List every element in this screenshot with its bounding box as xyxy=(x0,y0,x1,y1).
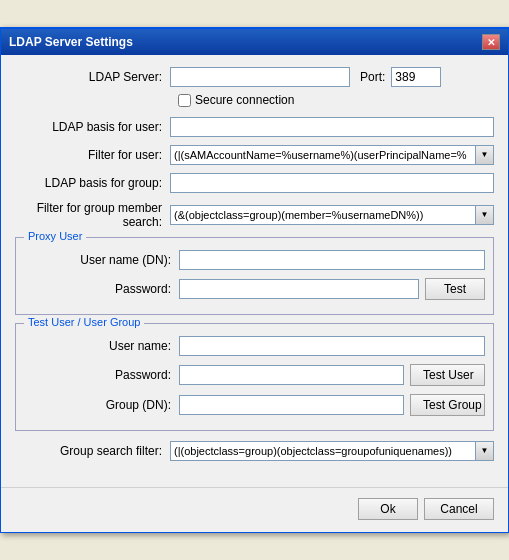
proxy-username-row: User name (DN): xyxy=(24,250,485,270)
test-group-row: Group (DN): Test Group xyxy=(24,394,485,416)
window-title: LDAP Server Settings xyxy=(9,35,133,49)
group-search-filter-combo: ▼ xyxy=(170,441,494,461)
test-username-input[interactable] xyxy=(179,336,485,356)
test-password-group: Test User xyxy=(179,364,485,386)
filter-user-row: Filter for user: ▼ xyxy=(15,145,494,165)
test-group-input[interactable] xyxy=(179,395,404,415)
proxy-password-input[interactable] xyxy=(179,279,419,299)
ldap-settings-window: LDAP Server Settings ✕ LDAP Server: Port… xyxy=(0,27,509,533)
ldap-server-label: LDAP Server: xyxy=(15,70,170,84)
proxy-password-group: Test xyxy=(179,278,485,300)
ldap-server-row: LDAP Server: Port: xyxy=(15,67,494,87)
ldap-server-input[interactable] xyxy=(170,67,350,87)
port-input[interactable] xyxy=(391,67,441,87)
group-search-filter-row: Group search filter: ▼ xyxy=(15,441,494,461)
proxy-user-section: Proxy User User name (DN): Password: Tes… xyxy=(15,237,494,315)
filter-group-input[interactable] xyxy=(170,205,476,225)
ldap-basis-group-row: LDAP basis for group: xyxy=(15,173,494,193)
group-search-filter-label: Group search filter: xyxy=(15,444,170,458)
test-button[interactable]: Test xyxy=(425,278,485,300)
proxy-username-input[interactable] xyxy=(179,250,485,270)
chevron-down-icon: ▼ xyxy=(481,211,489,219)
group-search-filter-input[interactable] xyxy=(170,441,476,461)
close-button[interactable]: ✕ xyxy=(482,34,500,50)
secure-connection-label: Secure connection xyxy=(195,93,294,107)
ok-button[interactable]: Ok xyxy=(358,498,418,520)
test-password-label: Password: xyxy=(24,368,179,382)
test-user-button[interactable]: Test User xyxy=(410,364,485,386)
footer: Ok Cancel xyxy=(1,487,508,532)
title-bar-controls: ✕ xyxy=(482,34,500,50)
cancel-button[interactable]: Cancel xyxy=(424,498,494,520)
proxy-password-row: Password: Test xyxy=(24,278,485,300)
test-section-content: User name: Password: Test User Group (DN… xyxy=(24,336,485,416)
test-password-row: Password: Test User xyxy=(24,364,485,386)
filter-user-dropdown-btn[interactable]: ▼ xyxy=(476,145,494,165)
ldap-basis-group-label: LDAP basis for group: xyxy=(15,176,170,190)
filter-group-combo: ▼ xyxy=(170,205,494,225)
filter-group-label: Filter for group member search: xyxy=(15,201,170,229)
test-group-button[interactable]: Test Group xyxy=(410,394,485,416)
proxy-password-label: Password: xyxy=(24,282,179,296)
proxy-user-title: Proxy User xyxy=(24,230,86,242)
test-group-group: Test Group xyxy=(179,394,485,416)
group-search-filter-dropdown-btn[interactable]: ▼ xyxy=(476,441,494,461)
secure-connection-checkbox[interactable] xyxy=(178,94,191,107)
ldap-basis-user-input[interactable] xyxy=(170,117,494,137)
test-username-row: User name: xyxy=(24,336,485,356)
test-section-title: Test User / User Group xyxy=(24,316,144,328)
chevron-down-icon: ▼ xyxy=(481,447,489,455)
test-password-input[interactable] xyxy=(179,365,404,385)
port-label: Port: xyxy=(360,70,385,84)
secure-connection-row: Secure connection xyxy=(178,93,494,107)
filter-user-combo: ▼ xyxy=(170,145,494,165)
title-bar: LDAP Server Settings ✕ xyxy=(1,29,508,55)
filter-user-input[interactable] xyxy=(170,145,476,165)
filter-group-dropdown-btn[interactable]: ▼ xyxy=(476,205,494,225)
form-content: LDAP Server: Port: Secure connection LDA… xyxy=(1,55,508,481)
filter-user-label: Filter for user: xyxy=(15,148,170,162)
test-username-label: User name: xyxy=(24,339,179,353)
proxy-username-label: User name (DN): xyxy=(24,253,179,267)
ldap-basis-group-input[interactable] xyxy=(170,173,494,193)
proxy-user-content: User name (DN): Password: Test xyxy=(24,250,485,300)
chevron-down-icon: ▼ xyxy=(481,151,489,159)
test-section: Test User / User Group User name: Passwo… xyxy=(15,323,494,431)
test-group-label: Group (DN): xyxy=(24,398,179,412)
ldap-basis-user-row: LDAP basis for user: xyxy=(15,117,494,137)
ldap-basis-user-label: LDAP basis for user: xyxy=(15,120,170,134)
filter-group-row: Filter for group member search: ▼ xyxy=(15,201,494,229)
